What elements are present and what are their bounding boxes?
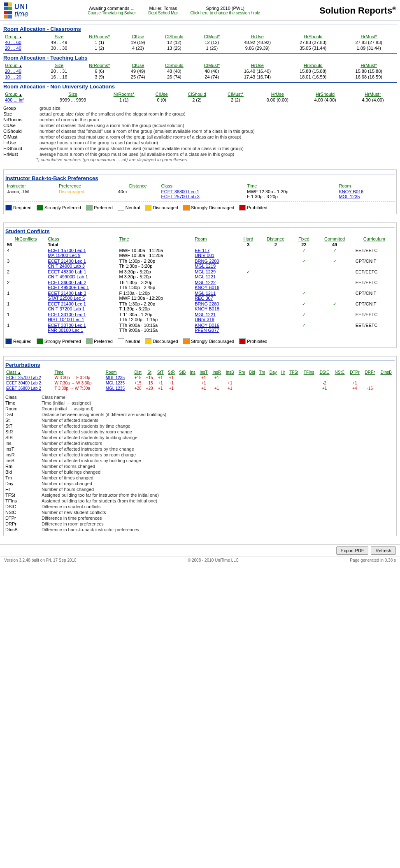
col-hrshould-tl[interactable]: HrShould bbox=[304, 63, 323, 68]
col-distance-sc[interactable]: Distance bbox=[267, 236, 284, 241]
col-instructor-btb[interactable]: Instructor bbox=[7, 183, 26, 188]
sc-room-link[interactable]: EE 117 bbox=[195, 248, 236, 253]
col-dist-pert[interactable]: Dist bbox=[135, 370, 142, 375]
col-stb-pert[interactable]: StB bbox=[179, 370, 186, 375]
btb-class-1[interactable]: ECET 36800 Lec 1 bbox=[161, 189, 244, 194]
col-stt-pert[interactable]: StT bbox=[157, 370, 164, 375]
col-st-pert[interactable]: St bbox=[147, 370, 151, 375]
col-clshould-cl[interactable]: ClShould bbox=[165, 34, 184, 39]
sc-class-link[interactable]: ECET 21400 Lec 1 bbox=[48, 301, 116, 306]
sc-class-link[interactable]: ECET 21400 Lab 3 bbox=[48, 291, 116, 296]
col-clshould-tl[interactable]: ClShould bbox=[165, 63, 184, 68]
col-hrmust-nu[interactable]: HrMust* bbox=[365, 92, 381, 97]
col-room-btb[interactable]: Room bbox=[339, 183, 351, 188]
col-time-pert[interactable]: Time bbox=[54, 370, 63, 375]
pert-room-link[interactable]: MGL 1235 bbox=[106, 375, 125, 380]
col-hrshould-nu[interactable]: HrShould bbox=[316, 92, 335, 97]
col-group-tl[interactable]: Group bbox=[5, 63, 18, 68]
col-room-sc[interactable]: Room bbox=[195, 236, 207, 241]
col-clshould-nu[interactable]: ClShould bbox=[188, 92, 206, 97]
col-day-pert[interactable]: Day bbox=[270, 370, 277, 375]
sc-room-link[interactable]: MGL 1221 bbox=[195, 312, 236, 317]
room-group-link[interactable]: 20 ... 40 bbox=[5, 46, 21, 51]
sc-class-link[interactable]: CNIT 37200 Lab 1 bbox=[48, 306, 116, 311]
col-committed-sc[interactable]: Commited bbox=[324, 236, 345, 241]
col-hruse-tl[interactable]: HrUse bbox=[251, 63, 264, 68]
room-group-link[interactable]: 20 ... 40 bbox=[5, 69, 21, 74]
col-hrshould-cl[interactable]: HrShould bbox=[304, 34, 323, 39]
sc-class-link[interactable]: MA 15400 Lec 9 bbox=[48, 253, 116, 258]
col-cluse-cl[interactable]: ClUse bbox=[132, 34, 144, 39]
sc-class-link[interactable]: ECET 30700 Lec 1 bbox=[48, 323, 116, 328]
col-tm-pert[interactable]: Tm bbox=[259, 370, 265, 375]
col-nrconflicts[interactable]: NrConflicts bbox=[15, 236, 37, 241]
col-hr-pert[interactable]: Hr bbox=[281, 370, 285, 375]
col-class-btb[interactable]: Class bbox=[161, 183, 172, 188]
refresh-button[interactable]: Refresh bbox=[371, 546, 396, 555]
col-cluse-tl[interactable]: ClUse bbox=[132, 63, 144, 68]
col-group-nu[interactable]: Group bbox=[5, 92, 18, 97]
col-hrmust-cl[interactable]: HrMust* bbox=[360, 34, 377, 39]
btb-class-2[interactable]: ECET 25700 Lab 3 bbox=[161, 194, 244, 199]
sc-class-link[interactable]: HIST 10400 Lec 1 bbox=[48, 317, 116, 322]
room-group-link[interactable]: 40 ... 60 bbox=[5, 40, 21, 45]
col-rm-pert[interactable]: Rm bbox=[239, 370, 245, 375]
pert-room-link[interactable]: MGL 1235 bbox=[106, 381, 125, 385]
col-bld-pert[interactable]: Bld bbox=[249, 370, 255, 375]
sc-room-link[interactable]: MGL 1222 bbox=[195, 280, 236, 285]
col-fixed-sc[interactable]: Fixed bbox=[298, 236, 309, 241]
header-session[interactable]: Spring 2010 (PWL) Click here to change t… bbox=[190, 6, 260, 15]
pert-class-link[interactable]: ECET 25700 Lab 2 bbox=[6, 375, 41, 380]
col-group-cl[interactable]: Group bbox=[5, 34, 18, 39]
col-time-btb[interactable]: Time bbox=[247, 183, 257, 188]
sc-room-link[interactable]: PFEN G077 bbox=[195, 328, 236, 333]
col-room-pert[interactable]: Room bbox=[106, 370, 117, 375]
sc-room-link[interactable]: KNOY B016 bbox=[195, 323, 236, 328]
sc-room-link[interactable]: KNOY B018 bbox=[195, 306, 236, 311]
col-nstc-pert[interactable]: NStC bbox=[335, 370, 344, 375]
sc-room-link[interactable]: REC 307 bbox=[195, 296, 236, 301]
btb-room-1[interactable]: KNOY B016 bbox=[339, 189, 393, 194]
col-nrrooms-tl[interactable]: NrRooms* bbox=[89, 63, 110, 68]
sc-class-link[interactable]: ECET 21400 Lec 1 bbox=[48, 259, 116, 264]
col-cluse-nu[interactable]: ClUse bbox=[156, 92, 168, 97]
col-size-nu[interactable]: Size bbox=[69, 92, 77, 97]
col-class-pert[interactable]: Class bbox=[6, 370, 16, 375]
room-group-link[interactable]: 10 ... 20 bbox=[5, 74, 21, 79]
col-hruse-cl[interactable]: HrUse bbox=[251, 34, 264, 39]
btb-room-2[interactable]: MGL 1235 bbox=[339, 194, 393, 199]
col-hruse-nu[interactable]: HrUse bbox=[271, 92, 284, 97]
col-inst-pert[interactable]: InsT bbox=[200, 370, 207, 375]
export-pdf-button[interactable]: Export PDF bbox=[336, 546, 369, 555]
sc-class-link[interactable]: ECET 15700 Lec 1 bbox=[48, 248, 116, 253]
sc-room-link[interactable]: UNIV 001 bbox=[195, 253, 236, 258]
sc-class-link[interactable]: STAT 22500 Lec 5 bbox=[48, 296, 116, 301]
col-insb-pert[interactable]: InsB bbox=[226, 370, 234, 375]
sc-class-link[interactable]: ECET 33100 Lec 1 bbox=[48, 312, 116, 317]
col-dtpr-pert[interactable]: DTPr bbox=[350, 370, 359, 375]
sc-room-link[interactable]: MGL 1211 bbox=[195, 291, 236, 296]
sc-room-link[interactable]: KNOY B016 bbox=[195, 285, 236, 290]
sc-class-link[interactable]: FNR 30100 Lec 1 bbox=[48, 328, 116, 333]
col-size-tl[interactable]: Size bbox=[55, 63, 63, 68]
col-clmust-tl[interactable]: ClMust* bbox=[204, 63, 220, 68]
col-dstc-pert[interactable]: DStC bbox=[320, 370, 330, 375]
sc-class-link[interactable]: ECET 36000 Lab 2 bbox=[48, 280, 116, 285]
col-ins-pert[interactable]: Ins bbox=[190, 370, 195, 375]
col-tfins-pert[interactable]: TFIns bbox=[304, 370, 314, 375]
col-hrmust-tl[interactable]: HrMust* bbox=[360, 63, 377, 68]
col-dinsb-pert[interactable]: DInsB bbox=[381, 370, 392, 375]
sc-class-link[interactable]: ECET 49900E Lec 1 bbox=[48, 285, 116, 290]
sc-room-link[interactable]: BRNG 2280 bbox=[195, 301, 236, 306]
col-nrrooms-nu[interactable]: NrRooms* bbox=[114, 92, 135, 97]
col-size-cl[interactable]: Size bbox=[55, 34, 63, 39]
sc-room-link[interactable]: MGL 1219 bbox=[195, 264, 236, 269]
sc-room-link[interactable]: MGL 1221 bbox=[195, 274, 236, 279]
col-clmust-cl[interactable]: ClMust* bbox=[204, 34, 220, 39]
col-preference-btb[interactable]: Preference bbox=[59, 183, 81, 188]
col-class-sc[interactable]: Class bbox=[48, 236, 59, 241]
col-insr-pert[interactable]: InsR bbox=[212, 370, 221, 375]
col-hard-sc[interactable]: Hard bbox=[243, 236, 253, 241]
room-group-link[interactable]: 400 ... inf bbox=[5, 97, 23, 102]
col-tfst-pert[interactable]: TFSt bbox=[289, 370, 298, 375]
